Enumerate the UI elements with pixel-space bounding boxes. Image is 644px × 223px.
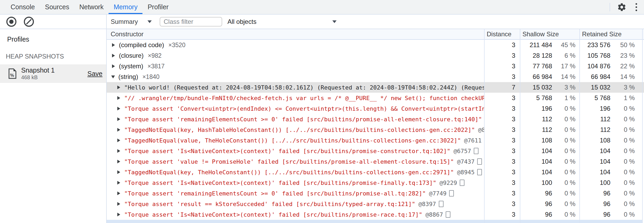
distance-cell: 3 xyxy=(484,199,520,209)
table-row[interactable]: "Torque assert 'value != PromiseHole' fa… xyxy=(107,156,644,167)
constructor-cell: "TaggedNotEqual(key, HashTableHoleConsta… xyxy=(107,124,484,135)
table-row[interactable]: "TaggedNotEqual(key, TheHoleConstant()) … xyxy=(107,167,644,177)
table-row[interactable]: "Torque assert 'Is<NativeContext>(contex… xyxy=(107,209,644,220)
shallow-value: 96 xyxy=(545,200,552,208)
shallow-size-cell: 1040 % xyxy=(520,168,579,176)
expand-twisty-icon[interactable] xyxy=(117,202,120,206)
table-row[interactable]: "Torque assert 'Is<NativeContext>(contex… xyxy=(107,177,644,188)
heap-grid-rows: (compiled code)×35203211 48445 %233 5765… xyxy=(107,40,644,220)
table-row[interactable]: "Hello world! (Requested at: 2024-08-19T… xyxy=(107,82,644,93)
column-header-distance[interactable]: Distance xyxy=(484,30,520,38)
retained-value: 96 xyxy=(603,200,610,208)
retained-size-cell: 1120 % xyxy=(579,126,642,133)
tab-sources[interactable]: Sources xyxy=(40,0,74,14)
constructor-cell: "Torque assert 'value != PromiseHole' fa… xyxy=(107,156,484,167)
shallow-percent: 0 % xyxy=(552,190,575,197)
table-row[interactable]: "Torque assert 'Is<NativeContext>(contex… xyxy=(107,146,644,156)
retained-size-cell: 1040 % xyxy=(579,168,642,176)
expand-twisty-icon[interactable] xyxy=(117,149,120,153)
column-header-shallow-size[interactable]: Shallow Size xyxy=(520,30,579,38)
shallow-percent: 0 % xyxy=(552,200,575,208)
settings-gear-icon[interactable] xyxy=(617,2,627,12)
sidebar-item-snapshot-1[interactable]: % Snapshot 1 468 kB Save xyxy=(0,64,106,83)
shallow-size-cell: 1120 % xyxy=(520,115,579,123)
constructor-cell: "TaggedNotEqual(value, TheHoleConstant()… xyxy=(107,135,484,146)
table-row[interactable]: "Torque assert 'result == kStoreSucceded… xyxy=(107,199,644,209)
collapse-twisty-icon[interactable] xyxy=(111,75,115,78)
grid-header: Constructor Distance Shallow Size Retain… xyxy=(107,29,644,40)
table-row[interactable]: "TaggedNotEqual(key, HashTableHoleConsta… xyxy=(107,124,644,135)
expand-twisty-icon[interactable] xyxy=(117,128,120,132)
constructor-name: (compiled code) xyxy=(119,41,164,49)
toolbar-divider xyxy=(610,3,610,11)
table-row[interactable]: "Torque assert 'Convert<uintptr>(endInde… xyxy=(107,103,644,114)
retained-value: 96 xyxy=(603,190,610,197)
record-heap-snapshot-icon[interactable] xyxy=(6,17,16,27)
expand-twisty-icon[interactable] xyxy=(117,213,120,216)
shallow-value: 104 xyxy=(542,158,552,165)
column-header-retained-size[interactable]: Retained Size xyxy=(579,30,642,38)
expand-twisty-icon[interactable] xyxy=(112,43,115,47)
tab-network[interactable]: Network xyxy=(74,0,109,14)
save-link[interactable]: Save xyxy=(87,70,102,78)
retained-size-cell: 105 76823 % xyxy=(579,52,642,59)
class-filter-input[interactable] xyxy=(160,17,222,26)
object-id: @9229 xyxy=(440,180,457,186)
shallow-percent: 1 % xyxy=(552,94,575,102)
string-value: "Torque assert 'remainingElementsCount >… xyxy=(124,116,482,123)
tab-profiler[interactable]: Profiler xyxy=(142,0,173,14)
shallow-size-cell: 15 0323 % xyxy=(520,84,579,91)
string-value: "// .wrangler/tmp/bundle-FmNIt0/checked-… xyxy=(124,95,484,101)
table-row[interactable]: "TaggedNotEqual(value, TheHoleConstant()… xyxy=(107,135,644,146)
shallow-value: 66 984 xyxy=(533,73,552,81)
snapshot-size: 468 kB xyxy=(21,74,55,81)
shallow-value: 104 xyxy=(542,168,552,176)
constructor-cell: "Torque assert 'Is<NativeContext>(contex… xyxy=(107,146,484,156)
table-row[interactable]: (compiled code)×35203211 48445 %233 5765… xyxy=(107,40,644,50)
devtools-tabbar: Console Sources Network Memory Profiler xyxy=(0,0,644,15)
chevron-down-icon[interactable] xyxy=(332,20,337,23)
object-id: @8945 xyxy=(457,169,475,176)
more-options-kebab-icon[interactable] xyxy=(636,3,637,11)
shallow-value: 104 xyxy=(542,147,552,155)
expand-twisty-icon[interactable] xyxy=(117,170,120,174)
expand-twisty-icon[interactable] xyxy=(117,181,120,185)
objects-filter-select[interactable]: All objects xyxy=(227,15,256,29)
shallow-percent: 0 % xyxy=(552,179,575,186)
table-row[interactable]: "// .wrangler/tmp/bundle-FmNIt0/checked-… xyxy=(107,93,644,103)
perspective-value: Summary xyxy=(111,18,138,25)
distance-cell: 3 xyxy=(484,188,520,199)
clear-profiles-icon[interactable] xyxy=(24,17,34,27)
retained-percent: 0 % xyxy=(610,147,635,155)
expand-twisty-icon[interactable] xyxy=(117,160,120,163)
chevron-down-icon[interactable] xyxy=(147,20,152,23)
tab-memory[interactable]: Memory xyxy=(109,0,142,14)
tab-console[interactable]: Console xyxy=(6,0,40,14)
constructor-cell: (string)×1840 xyxy=(107,72,484,82)
table-row[interactable]: (system)×3817377 76817 %104 87622 % xyxy=(107,61,644,72)
expand-twisty-icon[interactable] xyxy=(117,107,120,110)
perspective-select[interactable]: Summary xyxy=(111,15,138,29)
expand-twisty-icon[interactable] xyxy=(117,117,120,121)
column-header-constructor[interactable]: Constructor xyxy=(107,30,484,38)
expand-twisty-icon[interactable] xyxy=(117,139,120,142)
retained-size-cell: 1000 % xyxy=(579,179,642,186)
shallow-size-cell: 1960 % xyxy=(520,105,579,112)
retained-percent: 3 % xyxy=(610,84,635,91)
retained-percent: 22 % xyxy=(610,63,635,70)
retained-percent: 0 % xyxy=(610,190,635,197)
table-row[interactable]: (string)×1840366 98414 %66 98414 % xyxy=(107,72,644,82)
table-row[interactable]: "Torque assert 'remainingElementsCount >… xyxy=(107,188,644,199)
expand-twisty-icon[interactable] xyxy=(117,191,120,195)
expand-twisty-icon[interactable] xyxy=(112,54,115,57)
shallow-percent: 6 % xyxy=(552,52,575,59)
expand-twisty-icon[interactable] xyxy=(117,96,120,100)
shallow-percent: 0 % xyxy=(552,105,575,112)
active-tab-indicator xyxy=(109,13,142,14)
instance-count: ×3817 xyxy=(147,63,165,70)
table-row[interactable]: "Torque assert 'remainingElementsCount >… xyxy=(107,114,644,124)
expand-twisty-icon[interactable] xyxy=(112,64,115,68)
expand-twisty-icon[interactable] xyxy=(117,86,120,89)
table-row[interactable]: (closure)×982328 1286 %105 76823 % xyxy=(107,50,644,61)
tab-label: Network xyxy=(79,3,104,11)
